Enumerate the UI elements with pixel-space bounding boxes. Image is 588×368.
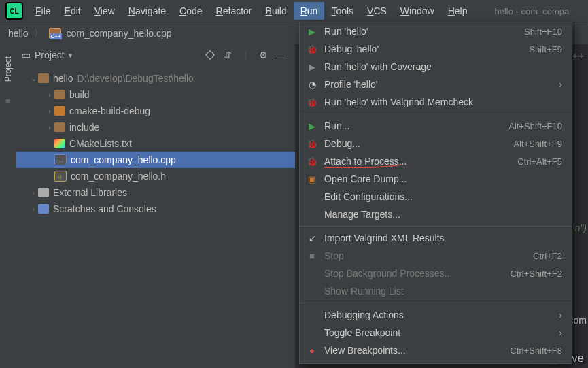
breadcrumb-root[interactable]: hello: [8, 28, 29, 39]
shortcut: Alt+Shift+F9: [513, 139, 562, 149]
tree-row[interactable]: com_company_hello.h: [16, 168, 295, 184]
menu-item-label: Show Running List: [324, 286, 562, 297]
expand-arrow[interactable]: ›: [29, 205, 38, 213]
window-title: hello - com_compa: [494, 6, 569, 16]
menu-refactor[interactable]: Refactor: [209, 2, 259, 20]
bug-icon: 🐞: [305, 44, 319, 54]
menu-item[interactable]: 🐞Debug...Alt+Shift+F9: [300, 135, 572, 152]
menu-item: ■StopCtrl+F2: [300, 247, 572, 265]
file-icon: [54, 90, 65, 99]
menu-vcs[interactable]: VCS: [360, 2, 394, 20]
menu-item[interactable]: ▶Run 'hello' with Coverage: [300, 58, 572, 76]
chevron-down-icon[interactable]: ▼: [67, 52, 74, 59]
prof-icon: ◔: [305, 80, 319, 90]
tree-row[interactable]: ›build: [16, 86, 295, 103]
expand-arrow[interactable]: ›: [45, 107, 54, 115]
tree-label: include: [69, 122, 99, 133]
menu-item[interactable]: Toggle Breakpoint›: [300, 324, 572, 341]
tab-project[interactable]: Project: [3, 52, 13, 86]
menu-item[interactable]: ↙Import Valgrind XML Results: [300, 229, 572, 247]
submenu-arrow: ›: [559, 327, 562, 338]
submenu-arrow: ›: [559, 310, 562, 320]
file-icon: [54, 122, 65, 132]
menu-item[interactable]: ◔Profile 'hello'›: [300, 76, 572, 93]
menu-item: Stop Background Processes...Ctrl+Shift+F…: [300, 265, 572, 282]
import-icon: ↙: [305, 233, 319, 244]
tree-label: com_company_hello.cpp: [71, 154, 176, 165]
file-icon: [54, 154, 67, 165]
menu-item[interactable]: ▶Run 'hello'Shift+F10: [300, 22, 572, 40]
tree-row[interactable]: com_company_hello.cpp: [16, 152, 295, 168]
breadcrumb-sep: 〉: [34, 27, 44, 39]
tree-row[interactable]: ›include: [16, 119, 295, 135]
menu-help[interactable]: Help: [441, 2, 474, 20]
gear-icon[interactable]: ⚙: [254, 46, 272, 64]
app-icon: CL: [5, 2, 23, 20]
play-icon: ▶: [305, 121, 319, 131]
menu-item-label: Debug...: [324, 138, 513, 149]
shortcut: Ctrl+Shift+F8: [510, 346, 562, 356]
project-tree: ⌄helloD:\develop\DebugTest\hello›build›c…: [16, 66, 295, 368]
menubar: CL FileEditViewNavigateCodeRefactorBuild…: [0, 0, 588, 22]
tree-row[interactable]: ›Scratches and Consoles: [16, 201, 295, 217]
menu-view[interactable]: View: [88, 2, 122, 20]
menu-item[interactable]: Debugging Actions›: [300, 306, 572, 324]
menu-item-label: Open Core Dump...: [324, 173, 562, 184]
menu-item-label: Stop: [324, 250, 533, 261]
expand-arrow[interactable]: ›: [29, 188, 38, 197]
run-menu: ▶Run 'hello'Shift+F10🐞Debug 'hello'Shift…: [299, 22, 572, 364]
menu-item[interactable]: 🐞Run 'hello' with Valgrind Memcheck: [300, 93, 572, 111]
file-icon: [38, 188, 49, 197]
menu-item-label: Import Valgrind XML Results: [324, 233, 562, 244]
menu-item[interactable]: 🐞Attach to Process...Ctrl+Alt+F5: [300, 152, 572, 170]
menu-navigate[interactable]: Navigate: [122, 2, 173, 20]
file-icon: [54, 171, 67, 182]
bug-icon: 🐞: [305, 97, 319, 107]
menu-item[interactable]: 🐞Debug 'hello'Shift+F9: [300, 40, 572, 58]
menu-item[interactable]: Manage Targets...: [300, 205, 572, 223]
menu-window[interactable]: Window: [394, 2, 441, 20]
menu-run[interactable]: Run: [294, 2, 325, 20]
tree-label: com_company_hello.h: [71, 171, 166, 182]
file-icon: [38, 73, 49, 83]
expand-arrow[interactable]: ›: [45, 123, 54, 131]
menu-item-label: Debugging Actions: [324, 310, 559, 320]
tree-row[interactable]: ›External Libraries: [16, 184, 295, 201]
menu-item[interactable]: Edit Configurations...: [300, 188, 572, 205]
menu-item-label: View Breakpoints...: [324, 345, 510, 356]
tree-label: CMakeLists.txt: [69, 138, 132, 149]
file-icon: [54, 139, 65, 148]
breadcrumb-file[interactable]: com_company_hello.cpp: [67, 28, 172, 39]
shortcut: Alt+Shift+F10: [508, 121, 562, 131]
locate-icon[interactable]: [201, 46, 219, 64]
cpp-file-icon: C++: [49, 28, 61, 39]
menu-item[interactable]: ▣Open Core Dump...: [300, 170, 572, 188]
menu-file[interactable]: File: [29, 2, 58, 20]
menu-item-label: Profile 'hello': [324, 79, 559, 90]
menu-item[interactable]: ●View Breakpoints...Ctrl+Shift+F8: [300, 341, 572, 359]
project-label[interactable]: Project: [35, 50, 65, 61]
tab-structure[interactable]: ■: [3, 93, 13, 110]
shortcut: Shift+F10: [524, 27, 562, 37]
shortcut: Shift+F9: [529, 44, 562, 54]
bug-icon: 🐞: [305, 139, 319, 149]
menu-build[interactable]: Build: [259, 2, 294, 20]
bug-icon: 🐞: [305, 156, 319, 167]
hide-icon[interactable]: —: [272, 46, 290, 64]
menu-separator: [300, 303, 572, 303]
menu-item[interactable]: ▶Run...Alt+Shift+F10: [300, 117, 572, 135]
tree-row[interactable]: CMakeLists.txt: [16, 135, 295, 152]
menu-separator: [300, 226, 572, 227]
menu-item-label: Run...: [324, 120, 508, 131]
divider: |: [237, 46, 254, 64]
menu-code[interactable]: Code: [173, 2, 209, 20]
menu-tools[interactable]: Tools: [324, 2, 360, 20]
tree-row[interactable]: ⌄helloD:\develop\DebugTest\hello: [16, 70, 295, 86]
tree-label: hello: [53, 73, 73, 84]
expand-arrow[interactable]: ⌄: [29, 74, 38, 83]
expand-icon[interactable]: ⇵: [219, 46, 237, 64]
menu-edit[interactable]: Edit: [58, 2, 88, 20]
cov-icon: ▶: [305, 62, 319, 72]
tree-row[interactable]: ›cmake-build-debug: [16, 103, 295, 119]
expand-arrow[interactable]: ›: [45, 90, 54, 99]
